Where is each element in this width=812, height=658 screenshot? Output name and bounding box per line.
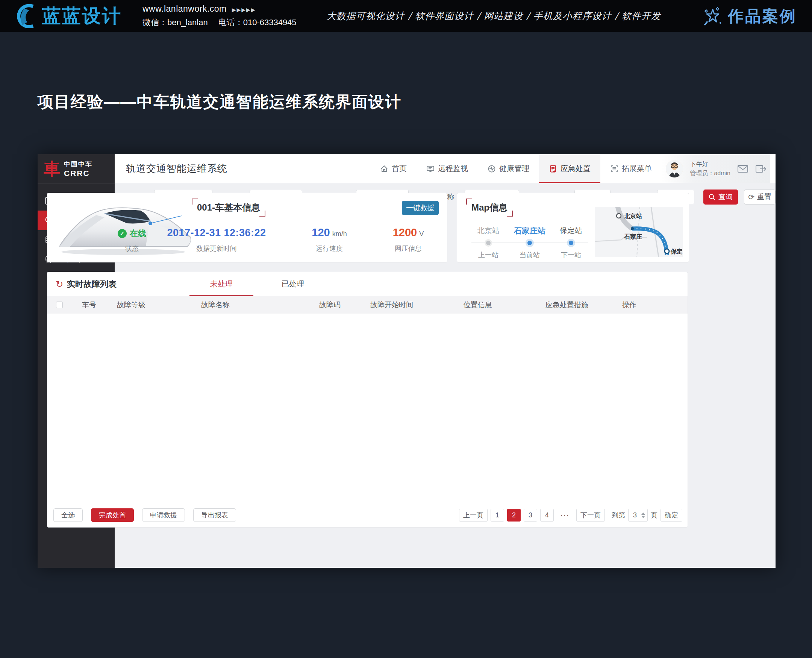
tab-unhandled[interactable]: 未处理 (186, 272, 257, 296)
refresh-icon: ⟳ (748, 193, 754, 202)
goto-prefix: 到第 (612, 511, 625, 520)
app-title: 轨道交通智能运维系统 (126, 162, 227, 175)
speed-label: 运行速度 (296, 244, 363, 253)
svg-text:石家庄: 石家庄 (624, 233, 642, 240)
select-all-button[interactable]: 全选 (53, 508, 83, 522)
lanlan-logo-icon (14, 4, 38, 28)
map-card: Map信息 北京站石家庄站保定站 上一站当前站下一站 北京站 石家庄 (457, 193, 689, 262)
col-fault-level: 故障等级 (106, 300, 191, 310)
goto-page-value: 3 (633, 511, 637, 519)
nav-item-2[interactable]: 远程监视 (416, 154, 478, 183)
map-card-title: Map信息 (468, 199, 511, 216)
refresh-clock-icon[interactable]: ↻ (56, 279, 63, 290)
nav-item-label: 首页 (392, 164, 407, 174)
station-name-3: 保定站 (550, 226, 592, 236)
nav-item-label: 远程监视 (438, 164, 468, 174)
crrc-logo-en: CRRC (64, 169, 92, 178)
station-progress: 北京站石家庄站保定站 上一站当前站下一站 (468, 226, 592, 259)
banner-phone: 电话：010-63334945 (218, 18, 297, 27)
topnav-menu: 首页远程监视健康管理应急处置拓展菜单 (370, 154, 662, 183)
col-fault-name: 故障名称 (191, 300, 309, 310)
pagination-ellipsis: ··· (557, 509, 573, 522)
table-section-title: ↻ 实时故障列表 (56, 279, 117, 290)
logout-icon[interactable] (755, 164, 767, 174)
voltage-value: 1200 (393, 226, 417, 238)
avatar[interactable] (666, 160, 683, 177)
voltage-stat: 1200V 网压信息 (378, 226, 438, 253)
nav-item-5[interactable]: 拓展菜单 (600, 154, 662, 183)
speed-stat: 120km/h 运行速度 (296, 226, 363, 253)
page-button-3[interactable]: 3 (524, 509, 537, 522)
station-pos-3: 下一站 (550, 251, 592, 259)
goto-confirm-button[interactable]: 确定 (660, 509, 682, 522)
goto-page-input[interactable]: 3 (628, 509, 648, 522)
user-info: 下午好 管理员：admin (690, 160, 731, 177)
crrc-logo-icon: 車 (44, 161, 60, 177)
pagination: 上一页 1234 ··· 下一页 到第 3 页 确定 (459, 509, 682, 522)
table-tabs: 未处理已处理 (186, 272, 400, 296)
banner-wechat: 微信：ben_lanlan (142, 18, 208, 27)
current-station-dot (527, 241, 532, 245)
col-operations: 操作 (588, 300, 688, 310)
station-pos-2: 当前站 (509, 251, 550, 259)
station-name-2: 石家庄站 (509, 226, 550, 236)
site-banner: 蓝蓝设计 www.lanlanwork.com▶▶▶▶▶ 微信：ben_lanl… (0, 0, 812, 32)
mini-map[interactable]: 北京站 石家庄 保定 (595, 207, 683, 257)
complete-handle-button[interactable]: 完成处置 (91, 508, 134, 522)
goto-suffix: 页 (651, 511, 657, 520)
select-all-checkbox[interactable] (56, 302, 63, 308)
banner-services: 大数据可视化设计 / 软件界面设计 / 网站建设 / 手机及小程序设计 / 软件… (327, 10, 661, 22)
mail-icon[interactable] (737, 164, 748, 174)
prev-page-button[interactable]: 上一页 (459, 509, 488, 522)
tab-handled[interactable]: 已处理 (257, 272, 329, 296)
arrows-decor: ▶▶▶▶▶ (232, 7, 256, 13)
portfolio-badge: 作品案例 (703, 6, 797, 27)
station-name-1: 北京站 (468, 226, 509, 236)
nav-item-label: 拓展菜单 (622, 164, 652, 174)
reset-button-label: 重置 (757, 192, 771, 202)
speed-unit: km/h (332, 230, 347, 238)
page-stepper[interactable] (641, 512, 645, 518)
status-stat: ✓在线 状态 (104, 228, 160, 254)
expand-menu-icon (610, 164, 618, 173)
svg-text:保定: 保定 (670, 248, 683, 255)
nav-item-label: 健康管理 (499, 164, 529, 174)
monitor-icon (426, 164, 435, 173)
page-button-1[interactable]: 1 (491, 509, 504, 522)
query-button[interactable]: 查询 (703, 190, 738, 205)
app-topnav: 轨道交通智能运维系统 首页远程监视健康管理应急处置拓展菜单 下午好 管理员：ad… (115, 154, 776, 183)
search-icon (709, 194, 715, 201)
col-train-no: 车号 (72, 300, 106, 310)
banner-website: www.lanlanwork.com (142, 4, 227, 14)
col-location: 位置信息 (453, 300, 540, 310)
nav-item-3[interactable]: 健康管理 (478, 154, 539, 183)
lanlan-logo: 蓝蓝设计 (14, 3, 122, 28)
nav-item-4[interactable]: 应急处置 (539, 154, 600, 183)
export-report-button[interactable]: 导出报表 (193, 508, 236, 522)
fault-table-card: ↻ 实时故障列表 未处理已处理 车号 故障等级 故障名称 故障码 故障开始时间 … (47, 272, 688, 528)
health-icon (488, 164, 496, 173)
star-wand-icon (703, 6, 723, 26)
table-title-text: 实时故障列表 (67, 279, 117, 290)
nav-item-1[interactable]: 首页 (370, 154, 416, 183)
update-time-stat: 2017-12-31 12:36:22 数据更新时间 (164, 227, 269, 253)
one-key-rescue-button[interactable]: 一键救援 (402, 201, 439, 215)
col-start-time: 故障开始时间 (360, 300, 453, 310)
emergency-doc-icon (549, 164, 557, 173)
col-measures: 应急处置措施 (540, 300, 588, 310)
train-info-card: 0031AATP触发紧急制动65423112017-12-31 11：34：22… (47, 193, 447, 262)
status-label: 状态 (104, 244, 160, 254)
next-page-button[interactable]: 下一页 (576, 509, 605, 522)
apply-rescue-button[interactable]: 申请救援 (142, 508, 185, 522)
page-button-2[interactable]: 2 (507, 509, 521, 522)
voltage-unit: V (419, 230, 424, 238)
page-button-4[interactable]: 4 (540, 509, 554, 522)
reset-button[interactable]: ⟳ 重置 (744, 190, 776, 205)
lanlan-logo-text: 蓝蓝设计 (42, 3, 122, 28)
table-header-row: 车号 故障等级 故障名称 故障码 故障开始时间 位置信息 应急处置措施 操作 (47, 296, 688, 313)
online-check-icon: ✓ (118, 229, 127, 238)
info-card-title: 001-车基本信息 (193, 199, 264, 216)
station-line (468, 239, 592, 247)
voltage-label: 网压信息 (378, 244, 438, 253)
user-role: 管理员：admin (690, 169, 731, 177)
